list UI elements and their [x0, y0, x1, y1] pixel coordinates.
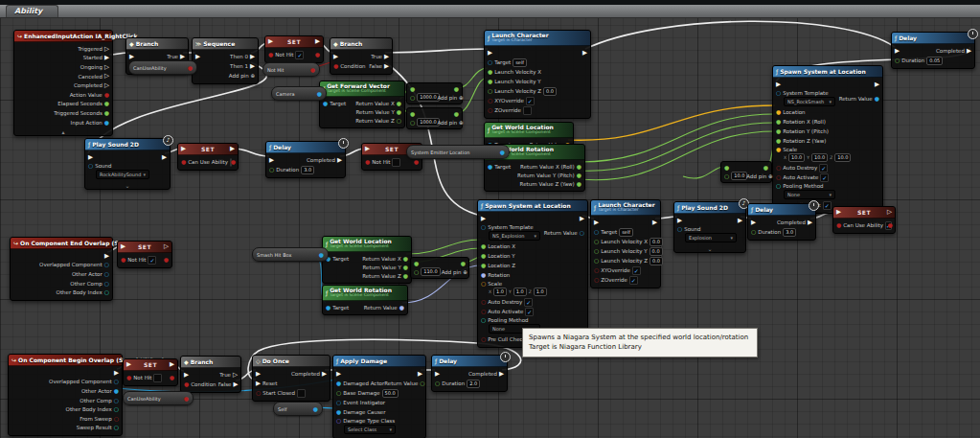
bool-pin[interactable]: ●	[231, 159, 236, 165]
int-pin[interactable]: ○	[114, 425, 119, 430]
delay-3[interactable]: ƒDelay▶Completed▶○Duration3.0	[747, 203, 816, 241]
tab-ability[interactable]: Ability	[6, 5, 58, 17]
obj-pin[interactable]: ●	[326, 305, 330, 311]
float-pin[interactable]: ●	[397, 109, 401, 115]
float-pin[interactable]: ●	[577, 181, 581, 187]
exec-pin[interactable]: ▶	[738, 218, 742, 224]
obj-pin[interactable]: ●	[336, 409, 341, 415]
exec-pin[interactable]: ▶	[104, 55, 109, 61]
do-once[interactable]: ◇Do Once▶Completed▶▶Reset○Start Closed	[252, 355, 330, 402]
obj-pin[interactable]: ○	[104, 271, 109, 277]
obj-pin[interactable]: ○	[104, 281, 109, 287]
obj-pin[interactable]: ○	[336, 400, 341, 405]
exec-pin[interactable]: ▷	[233, 372, 238, 379]
play-sound-2d-2[interactable]: ƒPlay Sound 2D♪▶▶○SoundExplosion▾⌄	[673, 201, 746, 253]
obj-pin[interactable]: ●	[114, 388, 119, 394]
exec-pin[interactable]: ▶	[418, 371, 422, 378]
checkbox[interactable]: ✓	[295, 51, 304, 59]
value-field[interactable]: 110.0	[421, 267, 440, 276]
set-can-use-ability-false[interactable]: ▶SET▶●Can Use Ability●	[177, 143, 239, 171]
float-pin[interactable]: ○	[488, 88, 492, 94]
launch-character-1[interactable]: ƒLaunch CharacterTarget is Character▶▶○T…	[484, 30, 591, 119]
exec-pin[interactable]: ▶	[256, 380, 261, 387]
obj-pin[interactable]: ●	[488, 164, 492, 170]
value-field[interactable]: 50.0	[382, 389, 399, 398]
branch-3[interactable]: ◆Branch▶True▷●ConditionFalse▶	[180, 356, 241, 393]
collapse-chevron-icon[interactable]: ⌄	[85, 183, 170, 189]
float-pin[interactable]: ○	[397, 118, 401, 124]
bool-pin[interactable]: ○	[776, 174, 781, 180]
value-field[interactable]: 10.0	[834, 153, 851, 162]
rot-pin[interactable]: ●	[481, 272, 486, 278]
multiply-10[interactable]: ●●○10.0Add pin ⊕	[720, 161, 772, 183]
bool-pin[interactable]: ●	[365, 159, 370, 165]
exec-pin[interactable]: ▶	[268, 38, 273, 45]
dropdown[interactable]: NS_Explosion▾	[489, 231, 540, 241]
float-pin[interactable]: ●	[414, 261, 419, 266]
exec-pin[interactable]: ▶	[384, 54, 389, 60]
float-pin[interactable]: ○	[751, 229, 756, 235]
exec-pin[interactable]: ▶	[384, 63, 389, 70]
float-pin[interactable]: ●	[481, 243, 486, 249]
multiply-110[interactable]: ●●○110.0Add pin ⊕	[410, 257, 469, 279]
launch-character-2[interactable]: ƒLaunch CharacterTarget is Character▶▶○T…	[590, 199, 661, 288]
obj-pin[interactable]: ○	[481, 224, 486, 230]
event-enhanced-input-action[interactable]: ↪EnhancedInputAction IA_RightClickTrigge…	[13, 30, 113, 136]
bool-pin[interactable]: ○	[488, 107, 492, 113]
exec-pin[interactable]: ▶	[836, 209, 841, 216]
bool-pin[interactable]: ●	[104, 92, 109, 98]
bool-pin[interactable]: ●	[333, 63, 338, 69]
obj-pin[interactable]: ●	[317, 91, 322, 97]
exec-pin[interactable]: ▶	[776, 81, 781, 88]
checkbox[interactable]: ✓	[525, 308, 534, 316]
exec-pin[interactable]: ▷	[887, 209, 892, 216]
dropdown[interactable]: RockAbilitySound▾	[96, 170, 149, 179]
value-field[interactable]: 0.0	[650, 238, 663, 246]
exec-pin[interactable]: ▶	[170, 361, 174, 368]
obj-pin[interactable]: ●	[875, 96, 879, 102]
exec-pin[interactable]: ▶	[751, 219, 756, 226]
obj-pin[interactable]: ○	[580, 230, 584, 236]
bool-pin[interactable]: ●	[126, 375, 131, 380]
bool-pin[interactable]: ○	[256, 390, 261, 396]
spawn-system-at-location-1[interactable]: ƒSpawn System at Location▶▶○System Templ…	[772, 65, 883, 214]
float-pin[interactable]: ○	[435, 380, 440, 386]
exec-pin[interactable]: ▶	[162, 154, 167, 161]
float-pin[interactable]: ○	[410, 120, 415, 126]
delay-4[interactable]: ƒDelay▶Completed▶○Duration2.0	[431, 355, 508, 392]
blueprint-graph-canvas[interactable]: ↪EnhancedInputAction IA_RightClickTrigge…	[0, 0, 980, 438]
exec-pin[interactable]: ▶	[184, 372, 189, 379]
exec-pin[interactable]: ▷	[104, 73, 109, 80]
float-pin[interactable]: ○	[420, 380, 424, 386]
var-system-emitter-location[interactable]: System Emitter Location●	[406, 145, 510, 159]
exec-pin[interactable]: ▶	[129, 54, 134, 60]
dropdown[interactable]: Select Class▾	[344, 425, 396, 434]
exec-pin[interactable]: ▶	[315, 38, 320, 45]
obj-pin[interactable]: ○	[104, 262, 109, 267]
float-pin[interactable]: ●	[776, 128, 781, 134]
float-pin[interactable]: ○	[594, 239, 599, 244]
spawn-system-at-location-2[interactable]: ƒSpawn System at Location▶▶○System Templ…	[477, 199, 588, 348]
multiply-1000-a[interactable]: ●●○1000.0Add pin ⊕	[406, 82, 463, 104]
obj-pin[interactable]: ●	[500, 150, 505, 155]
play-sound-2d-1[interactable]: ƒPlay Sound 2D♪▶▶○SoundRockAbilitySound▾…	[84, 138, 171, 190]
float-pin[interactable]: ●	[481, 253, 486, 259]
checkbox[interactable]: ✓	[819, 164, 828, 173]
bool-pin[interactable]: ●	[121, 257, 125, 263]
exec-pin[interactable]: ▶	[269, 157, 274, 164]
checkbox[interactable]: ✓	[526, 97, 535, 105]
value-field[interactable]: 0.0	[650, 247, 663, 256]
int-pin[interactable]: ○	[481, 317, 486, 323]
set-not-hit-false-2[interactable]: ▶SET▶●Not Hit●	[123, 358, 178, 386]
exec-pin[interactable]: ▶	[230, 146, 235, 152]
value-field[interactable]: 3.0	[301, 166, 314, 174]
exec-pin[interactable]: ▶	[104, 253, 109, 260]
bool-pin[interactable]: ●	[268, 52, 273, 58]
value-field[interactable]: 10.0	[811, 153, 828, 162]
obj-pin[interactable]: ○	[677, 226, 682, 232]
float-pin[interactable]: ○	[410, 95, 415, 101]
checkbox[interactable]: ✓	[820, 173, 829, 182]
float-pin[interactable]: ●	[403, 273, 408, 279]
apply-damage[interactable]: ƒApply Damage▶▶●Damaged ActorReturn Valu…	[332, 355, 426, 438]
exec-pin[interactable]: ▶	[322, 371, 327, 378]
